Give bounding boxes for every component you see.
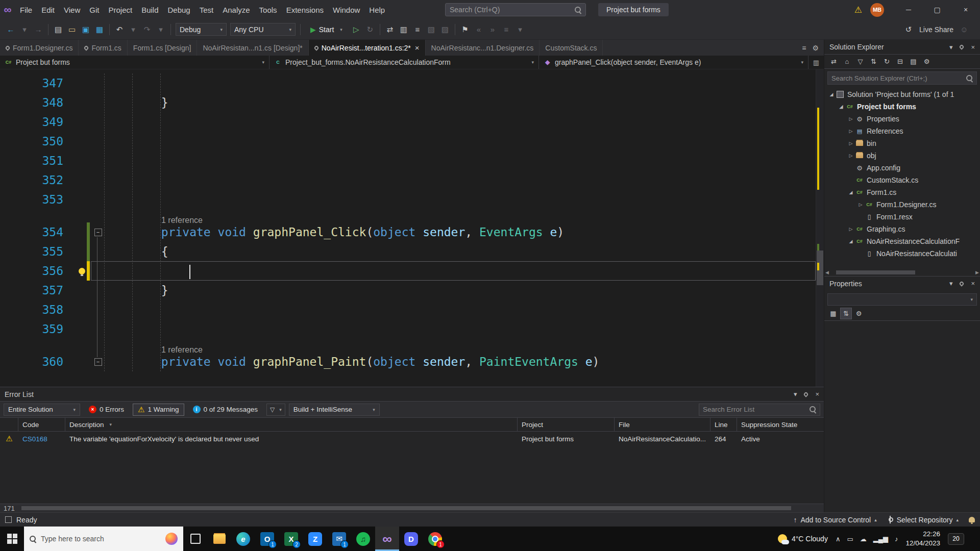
messages-filter-button[interactable]: i 0 of 29 Messages: [188, 404, 263, 416]
error-row[interactable]: ⚠CS0168The variable 'equationForXvelocit…: [0, 432, 824, 446]
tree-item-graphing-cs[interactable]: ▷C#Graphing.cs: [824, 223, 980, 235]
se-hscroll-thumb[interactable]: [836, 270, 915, 274]
pin-icon[interactable]: [5, 45, 10, 51]
build-filter-combo[interactable]: Build + IntelliSense ▾: [289, 404, 380, 416]
menu-test[interactable]: Test: [195, 0, 218, 19]
pin-icon[interactable]: [959, 281, 965, 286]
column-header-file[interactable]: File: [615, 418, 710, 431]
expander-icon[interactable]: ◢: [847, 190, 855, 195]
scroll-left-icon[interactable]: ◀: [825, 270, 829, 275]
member-dropdown[interactable]: ◆ graphPanel_Click(object sender, EventA…: [539, 56, 808, 69]
bookmark-menu-icon[interactable]: ▾: [513, 23, 527, 36]
expander-icon[interactable]: ▷: [847, 227, 855, 232]
send-feedback-icon[interactable]: ☺: [958, 23, 971, 36]
notification-warning-icon[interactable]: ⚠: [854, 5, 862, 15]
tree-item-obj[interactable]: ▷obj: [824, 149, 980, 162]
hidden-icons-chevron-icon[interactable]: ∧: [836, 535, 841, 543]
taskbar-mail[interactable]: ✉1: [327, 527, 351, 551]
column-header-line[interactable]: Line: [710, 418, 737, 431]
save-icon[interactable]: ▣: [79, 23, 92, 36]
filter-button[interactable]: ▽ ▾: [266, 404, 285, 416]
start-debugging-button[interactable]: ▶Start▾: [306, 23, 347, 36]
taskbar-spotify[interactable]: ♫: [351, 527, 375, 551]
code-line[interactable]: 356: [0, 261, 816, 281]
uncomment-selection-icon[interactable]: ▨: [438, 23, 452, 36]
notification-center-button[interactable]: 20: [948, 533, 964, 545]
severity-column-header[interactable]: [0, 418, 18, 431]
network-icon[interactable]: ▂▄▆: [873, 535, 888, 543]
column-header-description[interactable]: Description▾: [65, 418, 518, 431]
expander-icon[interactable]: ◢: [847, 239, 855, 244]
column-header-suppression-state[interactable]: Suppression State: [737, 418, 824, 431]
start-without-debugging-icon[interactable]: ▷: [350, 23, 363, 36]
menu-edit[interactable]: Edit: [37, 0, 59, 19]
column-header-project[interactable]: Project: [518, 418, 615, 431]
menu-extensions[interactable]: Extensions: [282, 0, 328, 19]
code-line[interactable]: 352: [0, 170, 816, 190]
call-hierarchy-icon[interactable]: ▥: [397, 23, 410, 36]
tree-item-project-but-forms[interactable]: ◢C#Project but forms: [824, 101, 980, 113]
quick-search[interactable]: [445, 3, 586, 16]
hscroll-track[interactable]: [20, 505, 822, 511]
tree-item-properties[interactable]: ▷⚙Properties: [824, 113, 980, 125]
navigate-to-code-icon[interactable]: ⇄: [383, 23, 397, 36]
taskbar-chrome[interactable]: 1: [423, 527, 447, 551]
live-share-label[interactable]: Live Share: [919, 26, 953, 34]
alphabetical-icon[interactable]: ⇅: [840, 308, 852, 319]
tree-item-app-config[interactable]: ⚙App.config: [824, 162, 980, 174]
column-header-code[interactable]: Code: [18, 418, 65, 431]
taskbar-search-input[interactable]: [41, 535, 161, 543]
tab-noairresistanc-n1-designer-cs[interactable]: NoAirResistanc...n1.Designer.cs: [426, 40, 540, 56]
expander-icon[interactable]: ▷: [847, 116, 855, 121]
error-list-search[interactable]: [699, 404, 820, 416]
navigate-backward-icon[interactable]: ←: [4, 23, 17, 36]
taskbar-visual-studio[interactable]: ∞: [375, 527, 399, 551]
pending-changes-filter-icon[interactable]: ▽: [854, 56, 866, 67]
code-line[interactable]: 347: [0, 73, 816, 93]
code-line[interactable]: 350: [0, 132, 816, 151]
menu-project[interactable]: Project: [104, 0, 137, 19]
close-button[interactable]: ×: [951, 0, 980, 19]
code-line[interactable]: 359: [0, 319, 816, 339]
tab-noairresist-teration1-cs-2[interactable]: NoAirResist...teration1.cs:2*×: [309, 40, 426, 56]
menu-git[interactable]: Git: [85, 0, 104, 19]
categorized-icon[interactable]: ▦: [827, 308, 839, 319]
hot-reload-icon[interactable]: ↻: [363, 23, 377, 36]
tab-options-icon[interactable]: ⚙: [812, 44, 819, 52]
tree-item-form1-designer-cs[interactable]: ▷C#Form1.Designer.cs: [824, 198, 980, 211]
expander-icon[interactable]: ▷: [847, 129, 855, 134]
taskbar-discord[interactable]: D: [399, 527, 423, 551]
previous-bookmark-icon[interactable]: «: [472, 23, 485, 36]
onedrive-icon[interactable]: ☁: [860, 535, 867, 543]
type-dropdown[interactable]: C Project_but_forms.NoAirResistanceCalcu…: [270, 56, 539, 69]
taskbar-search[interactable]: [24, 527, 183, 551]
tree-item-references[interactable]: ▷▤References: [824, 125, 980, 137]
tree-item-bin[interactable]: ▷bin: [824, 137, 980, 149]
notifications-bell-icon[interactable]: [969, 517, 975, 522]
solution-explorer-title-bar[interactable]: Solution Explorer ▾×: [824, 40, 980, 54]
tab-form1-cs[interactable]: Form1.cs: [79, 40, 127, 56]
menu-tools[interactable]: Tools: [255, 0, 282, 19]
error-list-search-input[interactable]: [703, 406, 810, 413]
window-menu-icon[interactable]: ▾: [794, 390, 797, 398]
active-files-list-icon[interactable]: ≡: [802, 44, 806, 52]
tree-item-noairresistancecalculati[interactable]: ▯NoAirResistanceCalculati: [824, 247, 980, 260]
tree-item-form1-cs[interactable]: ◢C#Form1.cs: [824, 186, 980, 198]
error-list-hscrollbar[interactable]: 171: [0, 504, 824, 512]
pin-icon[interactable]: [803, 391, 809, 397]
window-menu-icon[interactable]: ▾: [949, 43, 953, 51]
navigate-backward-menu-icon[interactable]: ▾: [18, 23, 31, 36]
tab-noairresistan-n1-cs-design[interactable]: NoAirResistan...n1.cs [Design]*: [197, 40, 308, 56]
redo-menu-icon[interactable]: ▾: [154, 23, 167, 36]
editor-zoom-level[interactable]: 171: [0, 505, 20, 512]
save-all-icon[interactable]: ▦: [93, 23, 106, 36]
fold-collapse-icon[interactable]: −: [94, 229, 102, 236]
account-avatar[interactable]: MB: [870, 3, 884, 17]
solution-configurations-combo[interactable]: Debug▾: [176, 23, 227, 36]
weather-widget[interactable]: 4°C Cloudy: [778, 534, 828, 543]
pin-icon[interactable]: [84, 45, 89, 51]
solution-platforms-combo[interactable]: Any CPU▾: [230, 23, 296, 36]
project-dropdown[interactable]: C# Project but forms ▾: [0, 56, 270, 69]
expander-icon[interactable]: ◢: [827, 92, 836, 97]
error-code-link[interactable]: CS0168: [18, 435, 65, 443]
